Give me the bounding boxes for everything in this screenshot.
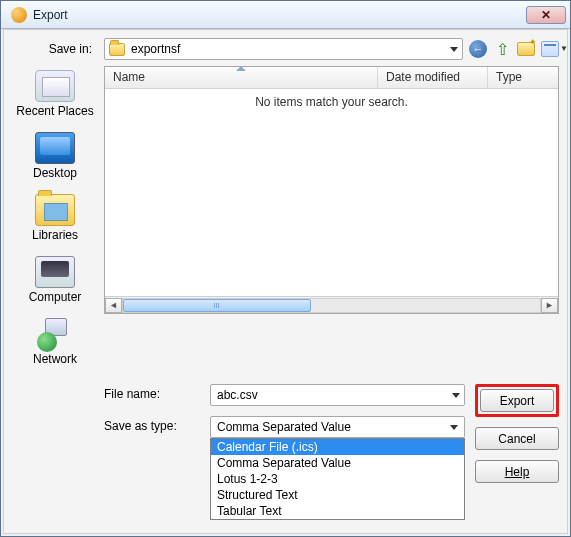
horizontal-scrollbar[interactable]: ◄ ► [105,296,558,313]
export-button[interactable]: Export [480,389,554,412]
bottom-controls: File name: Export Cancel Help Save as ty… [4,374,567,491]
places-desktop[interactable]: Desktop [15,128,95,188]
view-menu-button[interactable] [541,40,559,58]
scroll-right-button[interactable]: ► [541,298,558,313]
places-label: Computer [15,290,95,304]
savetype-label: Save as type: [104,416,200,433]
save-in-row: Save in: exportnsf ← ⇧ [4,30,567,66]
places-libraries[interactable]: Libraries [15,190,95,250]
scroll-left-button[interactable]: ◄ [105,298,122,313]
chevron-down-icon [450,47,458,52]
cancel-button[interactable]: Cancel [475,427,559,450]
computer-icon [35,256,75,288]
column-name-label: Name [113,70,145,84]
savetype-value[interactable]: Comma Separated Value [210,416,465,438]
places-computer[interactable]: Computer [15,252,95,312]
export-highlight: Export [475,384,559,417]
scroll-track[interactable] [122,298,541,313]
savetype-option[interactable]: Comma Separated Value [211,455,464,471]
column-date[interactable]: Date modified [378,67,488,88]
save-in-combo[interactable]: exportnsf [104,38,463,60]
chevron-down-icon[interactable] [452,393,460,398]
dialog-body: Save in: exportnsf ← ⇧ Recent Places [3,29,568,534]
toolbar-icons: ← ⇧ [469,40,559,58]
savetype-option[interactable]: Calendar File (.ics) [211,439,464,455]
recent-places-icon [35,70,75,102]
close-icon: ✕ [541,8,551,22]
savetype-option[interactable]: Lotus 1-2-3 [211,471,464,487]
places-network[interactable]: Network [15,314,95,374]
back-icon[interactable]: ← [469,40,487,58]
save-in-label: Save in: [12,42,98,56]
file-list[interactable]: Name Date modified Type No items match y… [104,66,559,314]
folder-icon [109,43,125,56]
libraries-icon [35,194,75,226]
titlebar[interactable]: Export ✕ [1,1,570,29]
main-row: Recent Places Desktop Libraries Computer… [4,66,567,374]
chevron-down-icon [450,425,458,430]
places-bar: Recent Places Desktop Libraries Computer… [12,66,98,374]
view-icon [541,41,559,57]
network-icon [35,318,75,350]
button-column: Export Cancel Help [475,384,559,483]
places-label: Recent Places [15,104,95,118]
app-icon [11,7,27,23]
filename-input[interactable] [215,387,452,403]
save-in-value: exportnsf [131,42,444,56]
window-title: Export [33,8,68,22]
savetype-dropdown[interactable]: Comma Separated Value Calendar File (.ic… [210,416,465,438]
file-list-body: No items match your search. [105,89,558,296]
new-folder-icon [517,42,535,56]
export-dialog: Export ✕ Save in: exportnsf ← ⇧ [0,0,571,537]
places-label: Libraries [15,228,95,242]
close-button[interactable]: ✕ [526,6,566,24]
savetype-option[interactable]: Structured Text [211,487,464,503]
desktop-icon [35,132,75,164]
places-label: Desktop [15,166,95,180]
column-headers: Name Date modified Type [105,67,558,89]
new-folder-button[interactable] [517,40,535,58]
column-name[interactable]: Name [105,67,378,88]
places-recent[interactable]: Recent Places [15,66,95,126]
places-label: Network [15,352,95,366]
savetype-options-list: Calendar File (.ics) Comma Separated Val… [210,438,465,520]
up-one-level-icon[interactable]: ⇧ [493,40,511,58]
filename-label: File name: [104,384,200,401]
help-button[interactable]: Help [475,460,559,483]
sort-asc-icon [236,66,246,71]
empty-message: No items match your search. [255,95,408,109]
filename-combo[interactable] [210,384,465,406]
column-type[interactable]: Type [488,67,558,88]
scroll-thumb[interactable] [123,299,311,312]
savetype-option[interactable]: Tabular Text [211,503,464,519]
